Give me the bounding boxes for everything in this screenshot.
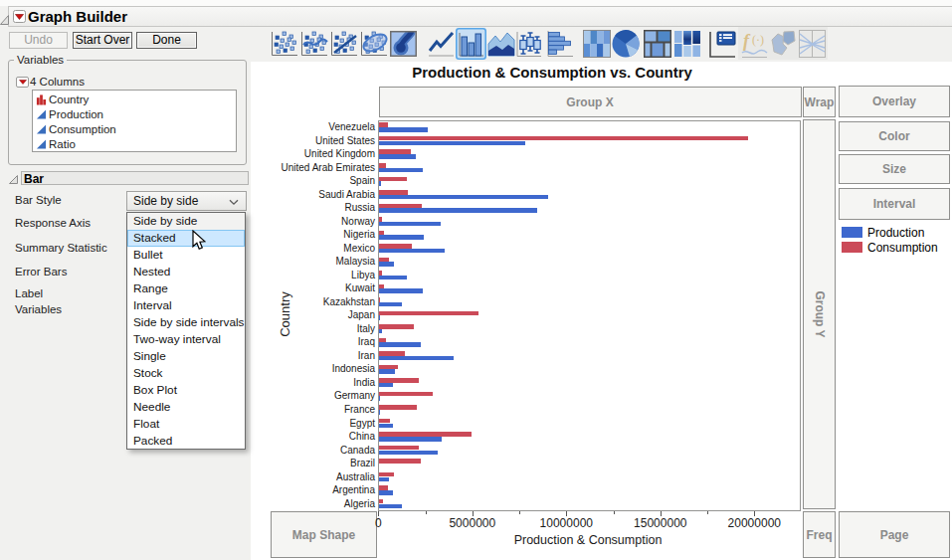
- svg-text:f: f: [743, 31, 751, 51]
- svg-text:(·): (·): [752, 33, 764, 47]
